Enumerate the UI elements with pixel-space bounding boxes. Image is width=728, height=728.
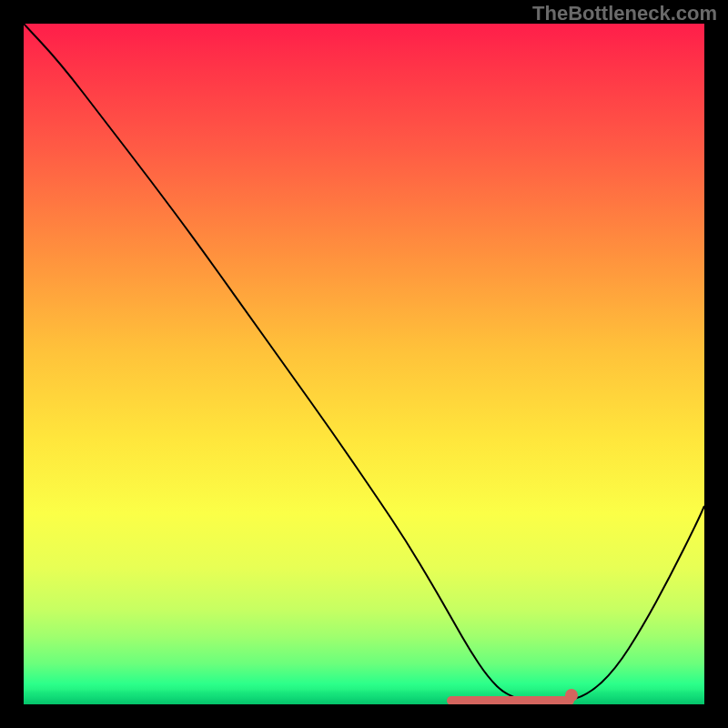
optimal-point-dot [565, 689, 578, 702]
chart-frame: TheBottleneck.com [0, 0, 728, 728]
plot-area [24, 24, 704, 704]
watermark-text: TheBottleneck.com [532, 2, 717, 25]
bottleneck-curve [24, 24, 704, 703]
curve-svg [24, 24, 704, 704]
